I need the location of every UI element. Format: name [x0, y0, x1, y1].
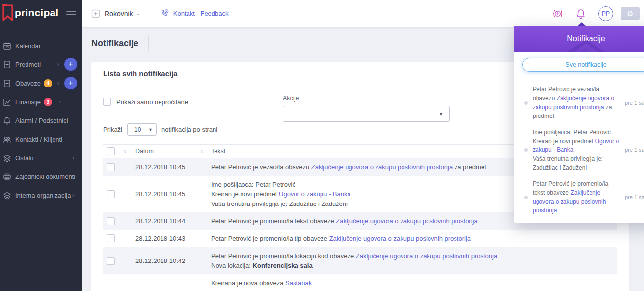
text-line: Vaša trenutna privilegija je: Zadužilac …	[533, 154, 620, 172]
entity-link[interactable]: Zaključenje ugovora o zakupu poslovnih p…	[336, 217, 477, 225]
all-notifications-wrap: Sve notifikacije	[514, 52, 644, 78]
bell-icon	[3, 116, 11, 125]
sidebar-item-kontakti-klijenti[interactable]: Kontakti / Klijenti	[0, 130, 82, 148]
select-caret-icon: ▼	[148, 127, 153, 132]
row-text: Petar Petrović je promenio/la tip obavez…	[211, 230, 617, 248]
sidebar-item-label: Alarmi / Podsetnici	[15, 117, 68, 124]
table-row: 28.12.2018 10:31Kreirana je nova obaveza…	[103, 274, 617, 291]
entity-link[interactable]: Zaključenje ugovora o zakupu poslovnih p…	[356, 252, 497, 260]
row-date: 28.12.2018 10:45	[135, 163, 200, 171]
unread-only-label: Prikaži samo nepročitane	[116, 98, 188, 106]
all-notifications-button[interactable]: Sve notifikacije	[522, 58, 644, 72]
text-line: Petar Petrović je promenio/la tekst obav…	[533, 179, 620, 215]
card-title: Lista svih notifikacija	[103, 69, 178, 78]
row-checkbox[interactable]	[107, 163, 115, 171]
select-all-checkbox[interactable]	[107, 147, 115, 155]
column-header-datum[interactable]: Datum	[135, 148, 200, 155]
contact-feedback-link[interactable]: Kontakt - Feedback	[160, 9, 229, 18]
entity-link[interactable]: Zaključenje ugovora o zakupu poslovnih p…	[329, 235, 471, 242]
sort-icon[interactable]: ↑↓	[200, 148, 211, 154]
text-span: Kreirana je nova obaveza	[211, 279, 285, 287]
text-span: Petar Petrović je vezao/la obavezu	[211, 163, 311, 171]
unread-dot	[524, 148, 528, 152]
layers-icon	[3, 154, 11, 162]
row-checkbox[interactable]	[107, 190, 115, 198]
chart-icon	[3, 98, 11, 106]
chevron-right-icon: ›	[57, 61, 59, 68]
per-page-select[interactable]: 10 ▼	[127, 123, 157, 136]
sidebar-item-kalendar[interactable]: 15Kalendar	[0, 36, 82, 55]
text-line: Ime pošiljaoca: Petar Petrović	[533, 128, 620, 137]
add-button[interactable]: +	[64, 77, 77, 89]
text-line: Petar Petrović je promenio/la lokaciju k…	[211, 251, 617, 261]
rokovnik-label: Rokovnik	[105, 10, 133, 18]
text-line: Petar Petrović je promenio/la tip obavez…	[211, 234, 617, 244]
bold-text: Konferencijska sala	[253, 262, 313, 269]
text-span: Ime pošiljaoca: Petar Petrović	[533, 129, 611, 136]
plus-square-icon	[91, 9, 100, 18]
sidebar-item-label: Kalendar	[15, 42, 41, 50]
settings-gear-button[interactable]: ⚙	[621, 7, 640, 20]
row-date: 28.12.2018 10:44	[135, 217, 200, 225]
row-date: 28.12.2018 10:43	[135, 235, 200, 242]
row-text: Petar Petrović je promenio/la lokaciju k…	[211, 247, 617, 274]
row-checkbox[interactable]	[107, 234, 115, 242]
unread-only-checkbox[interactable]	[103, 98, 111, 106]
panel-caret	[577, 22, 586, 26]
notification-time: pre 1 sat	[625, 100, 644, 106]
notification-time: pre 1 sat	[625, 147, 644, 153]
document-icon	[3, 60, 11, 69]
sidebar-item-interna-organizacija[interactable]: Interna organizacija›	[0, 186, 82, 204]
printer-icon	[3, 173, 11, 181]
sidebar-item-label: Interna organizacija	[15, 192, 71, 199]
actions-select[interactable]: ▼	[283, 106, 450, 122]
panel-title: Notifikacije	[567, 34, 605, 43]
actions-label: Akcije	[283, 95, 450, 102]
hamburger-menu-icon[interactable]	[66, 9, 76, 17]
notification-item[interactable]: Petar Petrović je promenio/la tekst obav…	[524, 179, 644, 215]
notifications-bell-icon[interactable]	[576, 8, 586, 19]
phone-feedback-icon	[160, 9, 169, 18]
add-button[interactable]: +	[64, 58, 77, 71]
bookmark-logo-icon	[1, 4, 16, 22]
text-span: Petar Petrović je promenio/la tekst obav…	[211, 217, 336, 225]
text-span: Kreiran je novi predmet	[533, 138, 595, 145]
text-line: Nova lokacija: Konferencijska sala	[211, 261, 617, 271]
entity-link[interactable]: Zaključenje ugovora o zakupu poslovnih p…	[311, 163, 453, 171]
sidebar-item-finansije[interactable]: Finansije3›	[0, 92, 82, 111]
user-avatar[interactable]: PP	[598, 6, 613, 21]
text-span: za predmet	[453, 163, 486, 171]
notification-item[interactable]: Ime pošiljaoca: Petar PetrovićKreiran je…	[524, 128, 644, 172]
text-span: Petar Petrović je promenio/la lokaciju k…	[211, 252, 356, 260]
page-title: Notifikacije	[91, 38, 138, 49]
sort-icon[interactable]: ↑↓	[123, 148, 135, 154]
sidebar-item-obaveze[interactable]: Obaveze4›+	[0, 74, 82, 92]
sidebar: principal 15KalendarPredmeti›+Obaveze4›+…	[0, 0, 82, 291]
title-divider	[148, 36, 149, 51]
row-checkbox[interactable]	[107, 217, 115, 225]
per-page-control: Prikaži 10 ▼ notifikacija po strani	[103, 123, 217, 136]
sidebar-item-label: Finansije	[15, 98, 41, 106]
notification-item[interactable]: Petar Petrović je vezao/la obavezu Zaklj…	[524, 85, 644, 120]
text-span: Ime pošiljaoca: Petar Petrović	[211, 289, 295, 291]
chevron-right-icon: ›	[72, 192, 74, 199]
count-badge: 4	[44, 79, 52, 87]
notification-text: Petar Petrović je promenio/la tekst obav…	[533, 179, 620, 215]
sidebar-item-predmeti[interactable]: Predmeti›+	[0, 55, 82, 74]
text-span: Nova lokacija:	[211, 262, 253, 269]
text-line: Petar Petrović je vezao/la obavezu Zaklj…	[533, 85, 620, 120]
row-checkbox[interactable]	[107, 257, 115, 265]
sidebar-item-ostalo[interactable]: Ostalo›	[0, 148, 82, 167]
per-page-value: 10	[134, 126, 148, 133]
entity-link[interactable]: Sastanak	[285, 279, 312, 287]
panel-items: Petar Petrović je vezao/la obavezu Zaklj…	[514, 78, 644, 223]
entity-link[interactable]: Ugovor o zakupu - Banka	[279, 190, 351, 198]
sidebar-item-label: Kontakti / Klijenti	[15, 136, 62, 143]
rokovnik-dropdown[interactable]: Rokovnik ⌄	[91, 9, 140, 18]
gear-icon: ⚙	[627, 9, 633, 18]
sidebar-item-zajedni-ki-dokumenti[interactable]: Zajednički dokumenti	[0, 167, 82, 186]
chevron-right-icon: ›	[72, 154, 74, 161]
currency-dinar-icon[interactable]	[552, 9, 563, 19]
text-span: Vaša trenutna privilegija je: Zadužilac …	[533, 155, 603, 171]
sidebar-item-alarmi-podsetnici[interactable]: Alarmi / Podsetnici	[0, 111, 82, 130]
